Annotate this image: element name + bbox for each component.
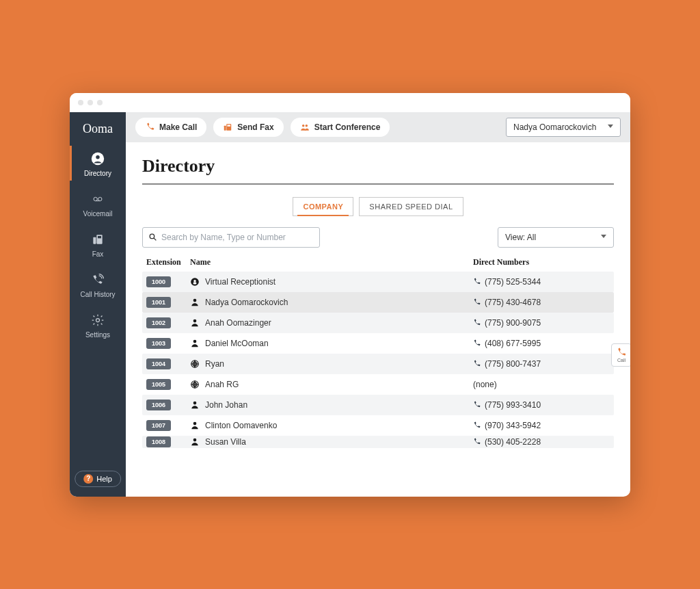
direct-number: (530) 405-2228 xyxy=(485,437,541,447)
table-row[interactable]: 1002Anah Oomazinger(775) 900-9075 xyxy=(142,313,614,333)
voicemail-icon xyxy=(90,191,106,207)
contact-name: Anah RG xyxy=(205,380,239,389)
search-input[interactable] xyxy=(161,233,314,242)
window-dot xyxy=(97,100,103,105)
tabs: COMPANY SHARED SPEED DIAL xyxy=(142,197,614,216)
call-history-icon xyxy=(90,272,106,288)
view-label: View: All xyxy=(505,233,536,242)
direct-number: (775) 993-3410 xyxy=(485,400,541,410)
call-action-button[interactable]: Call xyxy=(611,343,630,367)
svg-rect-7 xyxy=(98,236,101,238)
phone-icon xyxy=(473,339,481,347)
main-panel: Make Call Send Fax Start Conference N xyxy=(126,112,630,497)
extension-badge: 1000 xyxy=(146,276,171,287)
contact-name: Susan Villa xyxy=(205,437,246,447)
browser-titlebar xyxy=(70,93,630,112)
table-row[interactable]: 1007Clinton Oomavenko(970) 343-5942 xyxy=(142,415,614,436)
phone-icon xyxy=(473,421,481,429)
svg-point-21 xyxy=(193,339,197,343)
col-direct-numbers: Direct Numbers xyxy=(473,257,610,267)
contact-name: Ryan xyxy=(205,359,224,369)
start-conference-button[interactable]: Start Conference xyxy=(291,118,390,137)
user-dropdown[interactable]: Nadya Oomarockovich xyxy=(506,118,621,137)
contact-name: Virtual Receptionist xyxy=(205,277,275,287)
user-circle-icon xyxy=(90,150,106,167)
contact-name: Clinton Oomavenko xyxy=(205,421,277,430)
gear-icon xyxy=(90,312,106,328)
table-row[interactable]: 1003Daniel McOoman(408) 677-5995 xyxy=(142,333,614,354)
contact-type-icon xyxy=(190,380,200,389)
svg-point-8 xyxy=(96,318,100,322)
col-extension: Extension xyxy=(146,257,190,267)
tab-shared-speed-dial[interactable]: SHARED SPEED DIAL xyxy=(359,197,463,216)
phone-icon xyxy=(473,360,481,367)
extension-badge: 1005 xyxy=(146,379,171,390)
sidebar-item-label: Directory xyxy=(84,170,111,177)
table-header: Extension Name Direct Numbers xyxy=(142,257,614,272)
contact-name: Daniel McOoman xyxy=(205,339,269,348)
sidebar-item-call-history[interactable]: Call History xyxy=(70,264,126,304)
search-box[interactable] xyxy=(142,227,320,248)
direct-number: (775) 900-9075 xyxy=(485,318,541,328)
send-fax-button[interactable]: Send Fax xyxy=(213,118,283,137)
sidebar-item-voicemail[interactable]: Voicemail xyxy=(70,183,126,224)
page-title: Directory xyxy=(142,156,614,176)
contact-type-icon xyxy=(190,437,200,447)
sidebar: Ooma Directory Voicemail Fax xyxy=(70,112,126,497)
contact-name: Nadya Oomarockovich xyxy=(205,298,288,307)
button-label: Send Fax xyxy=(237,122,273,132)
svg-point-12 xyxy=(302,124,305,127)
button-label: Make Call xyxy=(159,122,197,132)
window-dot xyxy=(88,100,93,105)
svg-point-3 xyxy=(98,197,102,200)
svg-point-19 xyxy=(193,298,197,302)
help-button[interactable]: ? Help xyxy=(75,471,121,487)
svg-point-14 xyxy=(150,234,154,239)
window-dot xyxy=(78,100,83,105)
direct-number: (775) 525-5344 xyxy=(485,277,541,287)
chevron-down-icon xyxy=(608,125,613,130)
view-dropdown[interactable]: View: All xyxy=(498,227,614,248)
table-row[interactable]: 1000Virtual Receptionist(775) 525-5344 xyxy=(142,272,614,292)
chevron-down-icon xyxy=(601,235,606,240)
question-icon: ? xyxy=(83,474,93,484)
make-call-button[interactable]: Make Call xyxy=(135,118,206,137)
table-row[interactable]: 1001Nadya Oomarockovich(775) 430-4678 xyxy=(142,292,614,313)
svg-rect-9 xyxy=(224,125,226,130)
phone-icon xyxy=(473,319,481,326)
table-row[interactable]: 1006John Johan(775) 993-3410 xyxy=(142,395,614,415)
contact-type-icon xyxy=(190,318,200,328)
table-row[interactable]: 1004Ryan(775) 800-7437 xyxy=(142,354,614,374)
search-icon xyxy=(148,233,157,241)
extension-badge: 1001 xyxy=(146,297,171,308)
svg-point-1 xyxy=(96,155,100,159)
direct-number: (408) 677-5995 xyxy=(485,339,541,348)
svg-rect-11 xyxy=(228,125,231,126)
app-root: Ooma Directory Voicemail Fax xyxy=(70,112,630,497)
fax-icon xyxy=(90,231,106,248)
svg-point-30 xyxy=(193,438,197,441)
sidebar-item-fax[interactable]: Fax xyxy=(70,224,126,264)
direct-number: (775) 430-4678 xyxy=(485,298,541,307)
svg-point-2 xyxy=(94,197,97,200)
sidebar-item-label: Settings xyxy=(85,331,110,339)
sidebar-item-directory[interactable]: Directory xyxy=(70,143,126,183)
contact-type-icon xyxy=(190,400,200,410)
tab-company[interactable]: COMPANY xyxy=(293,197,353,216)
contact-name: Anah Oomazinger xyxy=(205,318,271,328)
direct-number: (970) 343-5942 xyxy=(485,421,541,430)
sidebar-item-label: Fax xyxy=(92,250,104,258)
svg-point-28 xyxy=(193,401,197,404)
extension-badge: 1006 xyxy=(146,400,171,410)
extension-badge: 1003 xyxy=(146,338,171,349)
extension-badge: 1007 xyxy=(146,420,171,431)
col-name: Name xyxy=(190,257,473,267)
phone-icon xyxy=(617,348,626,357)
browser-window: Ooma Directory Voicemail Fax xyxy=(70,93,630,497)
table-row[interactable]: 1005Anah RG(none) xyxy=(142,374,614,395)
svg-point-20 xyxy=(193,319,197,322)
sidebar-item-settings[interactable]: Settings xyxy=(70,304,126,345)
button-label: Start Conference xyxy=(314,122,381,132)
table-row[interactable]: 1008Susan Villa(530) 405-2228 xyxy=(142,436,614,448)
contact-type-icon xyxy=(190,359,200,369)
